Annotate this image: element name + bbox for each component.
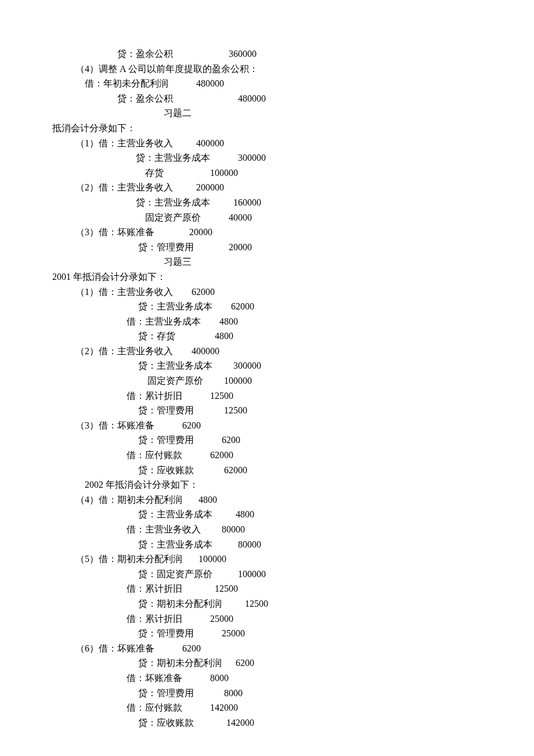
entry-line: 借：年初未分配利润 480000 (52, 76, 482, 91)
entry-line: （3）借：坏账准备 6200 (52, 418, 482, 433)
section-text: 2002 年抵消会计分录如下： (52, 477, 482, 492)
entry-line: 借：累计折旧 12500 (52, 581, 482, 596)
entry-line: 借：主营业务成本 4800 (52, 314, 482, 329)
entry-line: （2）借：主营业务收入 400000 (52, 344, 482, 359)
entry-line: 贷：盈余公积 480000 (52, 91, 482, 106)
entry-line: 借：坏账准备 8000 (52, 671, 482, 686)
entry-line: 贷：管理费用 25000 (52, 626, 482, 641)
entry-line: 贷：期初未分配利润 12500 (52, 596, 482, 611)
entry-line: 存货 100000 (52, 165, 482, 181)
entry-line: 贷：主营业务成本 62000 (52, 299, 482, 314)
entry-line: 贷：盈余公积 360000 (52, 46, 482, 62)
section-text: 2001 年抵消会计分录如下： (52, 269, 482, 285)
entry-line: 借：主营业务收入 80000 (52, 522, 482, 537)
entry-line: 贷：主营业务成本 80000 (52, 537, 482, 552)
entry-line: 贷：主营业务成本 300000 (52, 150, 482, 165)
entry-line: 固定资产原价 100000 (52, 373, 482, 388)
entry-line: 贷：管理费用 6200 (52, 433, 482, 448)
entry-line: 借：累计折旧 12500 (52, 388, 482, 404)
entry-line: （4）调整 A 公司以前年度提取的盈余公积： (52, 62, 482, 77)
entry-line: 贷：期初未分配利润 6200 (52, 656, 482, 671)
entry-line: 贷：固定资产原价 100000 (52, 567, 482, 582)
entry-line: （1）借：主营业务收入 400000 (52, 136, 482, 151)
entry-line: （1）借：主营业务收入 62000 (52, 285, 482, 300)
entry-line: 贷：管理费用 8000 (52, 686, 482, 701)
entry-line: 贷：管理费用 20000 (52, 240, 482, 255)
section-heading: 习题三 (52, 254, 482, 269)
entry-line: 贷：存货 4800 (52, 329, 482, 344)
entry-line: 固定资产原价 40000 (52, 210, 482, 225)
entry-line: 贷：主营业务成本 300000 (52, 358, 482, 373)
entry-line: 借：应付账款 62000 (52, 448, 482, 463)
entry-line: （6）借：坏账准备 6200 (52, 641, 482, 656)
entry-line: 借：累计折旧 25000 (52, 611, 482, 627)
entry-line: 贷：主营业务成本 160000 (52, 195, 482, 210)
entry-line: 借：应付账款 142000 (52, 700, 482, 715)
entry-line: 贷：主营业务成本 4800 (52, 507, 482, 522)
entry-line: 贷：管理费用 12500 (52, 403, 482, 418)
entry-line: 贷：应收账款 142000 (52, 715, 482, 730)
entry-line: （2）借：主营业务收入 200000 (52, 180, 482, 195)
entry-line: （4）借：期初未分配利润 4800 (52, 492, 482, 507)
section-text: 抵消会计分录如下： (52, 121, 482, 136)
section-heading: 习题二 (52, 106, 482, 121)
entry-line: 贷：应收账款 62000 (52, 463, 482, 478)
entry-line: （5）借：期初未分配利润 100000 (52, 552, 482, 567)
entry-line: （3）借：坏账准备 20000 (52, 225, 482, 240)
